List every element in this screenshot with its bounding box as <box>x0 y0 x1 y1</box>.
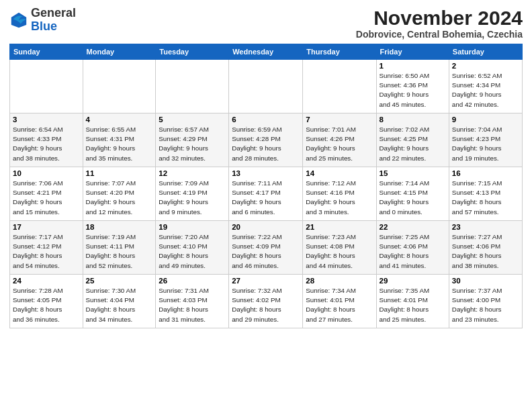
day-info: Sunrise: 7:30 AMSunset: 4:04 PMDaylight:… <box>86 286 153 324</box>
calendar-cell: 29Sunrise: 7:35 AMSunset: 4:01 PMDayligh… <box>376 275 449 328</box>
calendar-table: SundayMondayTuesdayWednesdayThursdayFrid… <box>9 44 523 328</box>
day-number: 16 <box>452 169 519 177</box>
day-number: 27 <box>232 277 300 285</box>
day-info: Sunrise: 6:54 AMSunset: 4:33 PMDaylight:… <box>13 125 80 163</box>
day-info: Sunrise: 7:04 AMSunset: 4:23 PMDaylight:… <box>452 125 519 163</box>
calendar-week-4: 17Sunrise: 7:17 AMSunset: 4:12 PMDayligh… <box>10 221 523 275</box>
day-number: 9 <box>452 116 519 124</box>
day-info: Sunrise: 7:09 AMSunset: 4:19 PMDaylight:… <box>159 179 226 217</box>
day-number: 21 <box>306 223 373 231</box>
day-info: Sunrise: 7:01 AMSunset: 4:26 PMDaylight:… <box>306 125 373 163</box>
day-number: 23 <box>452 223 519 231</box>
calendar-cell: 5Sunrise: 6:57 AMSunset: 4:29 PMDaylight… <box>156 113 229 167</box>
logo-blue: Blue <box>31 19 57 33</box>
day-info: Sunrise: 7:34 AMSunset: 4:01 PMDaylight:… <box>306 286 373 324</box>
day-info: Sunrise: 7:25 AMSunset: 4:06 PMDaylight:… <box>380 232 446 271</box>
day-info: Sunrise: 7:27 AMSunset: 4:06 PMDaylight:… <box>452 232 519 271</box>
day-info: Sunrise: 7:31 AMSunset: 4:03 PMDaylight:… <box>159 286 226 324</box>
calendar-cell: 24Sunrise: 7:28 AMSunset: 4:05 PMDayligh… <box>10 275 83 328</box>
day-info: Sunrise: 7:17 AMSunset: 4:12 PMDaylight:… <box>13 232 80 271</box>
day-info: Sunrise: 7:28 AMSunset: 4:05 PMDaylight:… <box>13 286 80 324</box>
calendar-cell: 19Sunrise: 7:20 AMSunset: 4:10 PMDayligh… <box>156 221 229 275</box>
day-info: Sunrise: 7:11 AMSunset: 4:17 PMDaylight:… <box>232 179 300 217</box>
day-number: 28 <box>306 277 373 285</box>
day-info: Sunrise: 7:35 AMSunset: 4:01 PMDaylight:… <box>380 286 446 324</box>
calendar-cell <box>229 60 303 113</box>
day-number: 3 <box>13 116 80 124</box>
day-number: 5 <box>159 116 226 124</box>
day-number: 14 <box>306 169 373 177</box>
logo-general: General <box>31 6 76 19</box>
calendar-cell: 17Sunrise: 7:17 AMSunset: 4:12 PMDayligh… <box>10 221 83 275</box>
day-number: 24 <box>13 277 80 285</box>
calendar-cell: 9Sunrise: 7:04 AMSunset: 4:23 PMDaylight… <box>449 113 522 167</box>
day-info: Sunrise: 7:06 AMSunset: 4:21 PMDaylight:… <box>13 179 80 217</box>
day-info: Sunrise: 7:32 AMSunset: 4:02 PMDaylight:… <box>232 286 300 324</box>
logo-icon <box>9 11 28 30</box>
calendar-cell: 30Sunrise: 7:37 AMSunset: 4:00 PMDayligh… <box>449 275 522 328</box>
weekday-header-friday: Friday <box>376 44 449 60</box>
day-info: Sunrise: 7:12 AMSunset: 4:16 PMDaylight:… <box>306 179 373 217</box>
calendar-cell: 8Sunrise: 7:02 AMSunset: 4:25 PMDaylight… <box>376 113 449 167</box>
calendar-week-3: 10Sunrise: 7:06 AMSunset: 4:21 PMDayligh… <box>10 167 523 221</box>
day-number: 25 <box>86 277 153 285</box>
calendar-header-row: SundayMondayTuesdayWednesdayThursdayFrid… <box>10 44 523 60</box>
day-number: 29 <box>380 277 446 285</box>
day-number: 26 <box>159 277 226 285</box>
month-title: November 2024 <box>356 7 523 29</box>
day-info: Sunrise: 6:55 AMSunset: 4:31 PMDaylight:… <box>86 125 153 163</box>
calendar-cell: 23Sunrise: 7:27 AMSunset: 4:06 PMDayligh… <box>449 221 522 275</box>
day-info: Sunrise: 6:50 AMSunset: 4:36 PMDaylight:… <box>380 71 446 109</box>
day-number: 17 <box>13 223 80 231</box>
calendar-cell: 26Sunrise: 7:31 AMSunset: 4:03 PMDayligh… <box>156 275 229 328</box>
logo-text: General Blue <box>31 7 76 34</box>
day-info: Sunrise: 7:22 AMSunset: 4:09 PMDaylight:… <box>232 232 300 271</box>
day-number: 6 <box>232 116 300 124</box>
calendar-week-2: 3Sunrise: 6:54 AMSunset: 4:33 PMDaylight… <box>10 113 523 167</box>
calendar-week-5: 24Sunrise: 7:28 AMSunset: 4:05 PMDayligh… <box>10 275 523 328</box>
page-container: General Blue November 2024 Dobrovice, Ce… <box>0 0 532 334</box>
weekday-header-wednesday: Wednesday <box>229 44 303 60</box>
day-info: Sunrise: 6:59 AMSunset: 4:28 PMDaylight:… <box>232 125 300 163</box>
day-number: 19 <box>159 223 226 231</box>
calendar-cell: 6Sunrise: 6:59 AMSunset: 4:28 PMDaylight… <box>229 113 303 167</box>
day-info: Sunrise: 7:02 AMSunset: 4:25 PMDaylight:… <box>380 125 446 163</box>
day-number: 20 <box>232 223 300 231</box>
calendar-cell <box>83 60 156 113</box>
day-number: 1 <box>380 62 446 70</box>
day-number: 8 <box>380 116 446 124</box>
logo: General Blue <box>9 7 76 34</box>
calendar-cell: 11Sunrise: 7:07 AMSunset: 4:20 PMDayligh… <box>83 167 156 221</box>
calendar-cell: 15Sunrise: 7:14 AMSunset: 4:15 PMDayligh… <box>376 167 449 221</box>
calendar-cell: 4Sunrise: 6:55 AMSunset: 4:31 PMDaylight… <box>83 113 156 167</box>
weekday-header-thursday: Thursday <box>303 44 376 60</box>
day-number: 4 <box>86 116 153 124</box>
day-info: Sunrise: 7:14 AMSunset: 4:15 PMDaylight:… <box>380 179 446 217</box>
day-number: 13 <box>232 169 300 177</box>
calendar-cell: 28Sunrise: 7:34 AMSunset: 4:01 PMDayligh… <box>303 275 376 328</box>
calendar-cell <box>10 60 83 113</box>
day-info: Sunrise: 7:23 AMSunset: 4:08 PMDaylight:… <box>306 232 373 271</box>
calendar-cell: 27Sunrise: 7:32 AMSunset: 4:02 PMDayligh… <box>229 275 303 328</box>
calendar-cell: 1Sunrise: 6:50 AMSunset: 4:36 PMDaylight… <box>376 60 449 113</box>
calendar-cell: 2Sunrise: 6:52 AMSunset: 4:34 PMDaylight… <box>449 60 522 113</box>
calendar-cell: 16Sunrise: 7:15 AMSunset: 4:13 PMDayligh… <box>449 167 522 221</box>
calendar-cell <box>156 60 229 113</box>
day-number: 11 <box>86 169 153 177</box>
day-number: 18 <box>86 223 153 231</box>
day-number: 10 <box>13 169 80 177</box>
calendar-cell: 12Sunrise: 7:09 AMSunset: 4:19 PMDayligh… <box>156 167 229 221</box>
calendar-cell <box>303 60 376 113</box>
calendar-week-1: 1Sunrise: 6:50 AMSunset: 4:36 PMDaylight… <box>10 60 523 113</box>
calendar-cell: 14Sunrise: 7:12 AMSunset: 4:16 PMDayligh… <box>303 167 376 221</box>
calendar-cell: 20Sunrise: 7:22 AMSunset: 4:09 PMDayligh… <box>229 221 303 275</box>
weekday-header-monday: Monday <box>83 44 156 60</box>
calendar-cell: 3Sunrise: 6:54 AMSunset: 4:33 PMDaylight… <box>10 113 83 167</box>
calendar-cell: 21Sunrise: 7:23 AMSunset: 4:08 PMDayligh… <box>303 221 376 275</box>
weekday-header-tuesday: Tuesday <box>156 44 229 60</box>
day-number: 15 <box>380 169 446 177</box>
calendar-cell: 13Sunrise: 7:11 AMSunset: 4:17 PMDayligh… <box>229 167 303 221</box>
day-number: 30 <box>452 277 519 285</box>
weekday-header-sunday: Sunday <box>10 44 83 60</box>
day-info: Sunrise: 7:19 AMSunset: 4:11 PMDaylight:… <box>86 232 153 271</box>
